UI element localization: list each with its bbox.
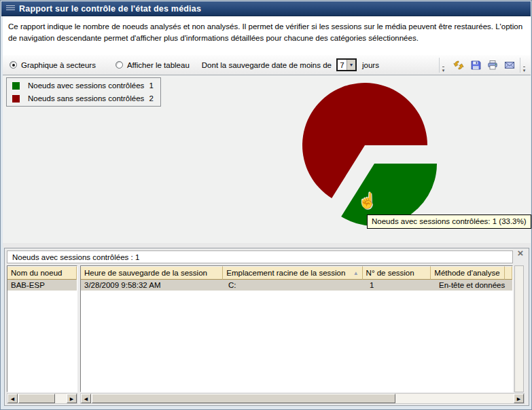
- column-header-root-path[interactable]: Emplacement racine de la session ▲: [223, 266, 362, 280]
- cell-analysis-method[interactable]: En-tête et données: [436, 280, 510, 291]
- cell-root-path[interactable]: C:: [225, 280, 366, 291]
- hand-cursor-icon: ☝: [358, 192, 376, 210]
- left-pane-horizontal-scrollbar[interactable]: ◀ ▶: [7, 393, 77, 404]
- sort-ascending-icon: ▲: [351, 270, 359, 276]
- days-combobox-value: 7: [338, 60, 347, 70]
- email-icon[interactable]: [503, 59, 516, 71]
- detail-panel-title: Noeuds avec sessions contrôlées : 1: [7, 250, 513, 263]
- vertical-scrollbar[interactable]: [514, 265, 524, 392]
- filter-label: Dont la sauvegarde date de moins de: [202, 61, 332, 69]
- legend-label: Noeuds avec sessions contrôlées: [28, 81, 144, 90]
- report-description: Ce rapport indique le nombre de noeuds a…: [3, 16, 531, 55]
- scroll-right-icon[interactable]: ▶: [514, 394, 524, 403]
- scroll-right-icon[interactable]: ▶: [67, 394, 77, 403]
- filter-unit-label: jours: [362, 61, 379, 69]
- column-header-node-name[interactable]: Nom du noeud: [7, 266, 77, 280]
- save-icon[interactable]: [469, 59, 482, 71]
- radio-button-selected-icon[interactable]: [10, 61, 17, 69]
- cell-node-name[interactable]: BAB-ESP: [7, 280, 77, 291]
- session-detail-pane: Heure de sauvegarde de la session Emplac…: [80, 265, 513, 392]
- radio-button-icon[interactable]: [116, 61, 123, 69]
- toolbar-overflow-icon[interactable]: ▾: [520, 58, 528, 73]
- radio-show-table[interactable]: Afficher le tableau: [116, 61, 190, 69]
- legend-label: Noeuds sans sessions contrôlées: [28, 94, 144, 102]
- scrollbar-thumb[interactable]: [18, 394, 55, 403]
- radio-pie-chart-label: Graphique à secteurs: [21, 61, 96, 69]
- refresh-icon[interactable]: [453, 59, 465, 71]
- pie-tooltip: Noeuds avec sessions contrôlées: 1 (33.3…: [367, 215, 531, 229]
- legend-swatch-green: [12, 82, 20, 90]
- panel-splitter[interactable]: [3, 243, 531, 248]
- table-header-row: Nom du noeud: [7, 266, 77, 280]
- cell-backup-time[interactable]: 3/28/2009 9:58:32 AM: [81, 280, 225, 291]
- scrollbar-thumb[interactable]: [92, 394, 395, 403]
- table-row[interactable]: 3/28/2009 9:58:32 AM C: 1 En-tête et don…: [81, 280, 512, 291]
- chart-legend: Noeuds avec sessions contrôlées 1 Noeuds…: [6, 77, 161, 107]
- report-window: Rapport sur le contrôle de l'état des mé…: [0, 0, 532, 410]
- print-icon[interactable]: [486, 59, 499, 71]
- close-icon[interactable]: ×: [515, 248, 526, 259]
- cell-session-number[interactable]: 1: [366, 280, 436, 291]
- column-header-filler: [505, 266, 512, 280]
- legend-value: 1: [149, 81, 155, 90]
- node-name-pane: Nom du noeud BAB-ESP: [7, 265, 77, 392]
- legend-item: Noeuds avec sessions contrôlées 1: [12, 81, 155, 90]
- radio-show-table-label: Afficher le tableau: [127, 61, 190, 69]
- scroll-left-icon[interactable]: ◀: [7, 394, 18, 403]
- legend-item: Noeuds sans sessions contrôlées 2: [12, 94, 155, 102]
- scroll-left-icon[interactable]: ◀: [81, 394, 91, 403]
- column-header-analysis-method[interactable]: Méthode d'analyse: [431, 266, 505, 280]
- legend-value: 2: [149, 94, 155, 102]
- radio-pie-chart[interactable]: Graphique à secteurs: [10, 61, 96, 69]
- toolbar-overflow-icon[interactable]: ▾: [439, 58, 447, 73]
- chevron-down-icon[interactable]: ▼: [347, 60, 355, 70]
- table-row[interactable]: BAB-ESP: [7, 280, 77, 291]
- grip-icon: [6, 5, 15, 12]
- toolbar: Graphique à secteurs Afficher le tableau…: [3, 55, 531, 75]
- table-header-row: Heure de sauvegarde de la session Emplac…: [81, 266, 512, 280]
- legend-swatch-red: [12, 95, 20, 102]
- right-pane-horizontal-scrollbar[interactable]: ◀ ▶: [80, 393, 525, 404]
- page-title: Rapport sur le contrôle de l'état des mé…: [19, 4, 201, 14]
- days-combobox[interactable]: 7 ▼: [336, 58, 357, 71]
- title-bar: Rapport sur le contrôle de l'état des mé…: [1, 1, 531, 16]
- column-header-session-number[interactable]: N° de session: [363, 266, 431, 280]
- column-header-backup-time[interactable]: Heure de sauvegarde de la session: [81, 266, 223, 280]
